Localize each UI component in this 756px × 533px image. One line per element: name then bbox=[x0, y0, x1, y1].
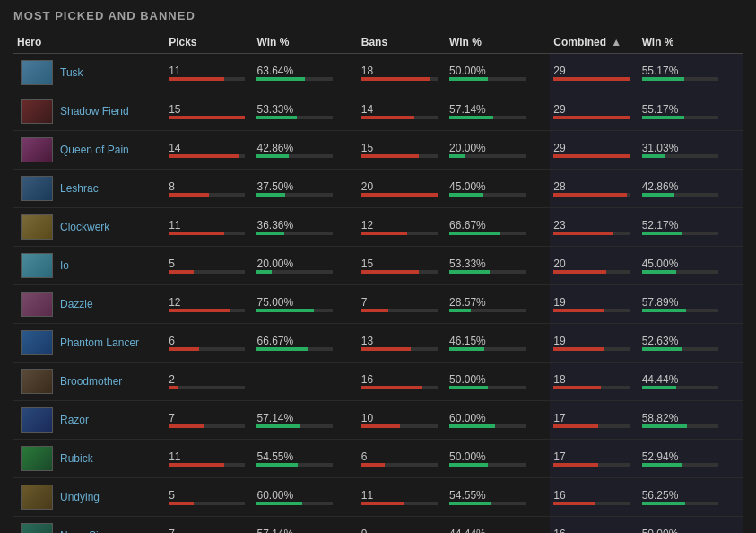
hero-cell: Dazzle bbox=[17, 288, 161, 320]
picks-value: 15 bbox=[169, 103, 249, 116]
hero-name: Shadow Fiend bbox=[60, 105, 129, 118]
hero-name: Clockwerk bbox=[60, 221, 109, 233]
hero-icon bbox=[21, 523, 53, 533]
main-container: MOST PICKED AND BANNED Hero Picks Win % … bbox=[0, 0, 756, 533]
table-row: Broodmother 2 16 50.00% 18 44.44% bbox=[13, 363, 743, 401]
combined-cell: 16 bbox=[550, 517, 638, 534]
combined-cell: 19 bbox=[550, 285, 638, 324]
bans-value: 18 bbox=[361, 65, 442, 77]
combined-win-value: 57.89% bbox=[642, 296, 739, 309]
hero-name: Queen of Pain bbox=[60, 144, 129, 156]
combined-cell: 23 bbox=[550, 208, 638, 247]
bans-win-value: 44.44% bbox=[449, 528, 546, 533]
bans-cell: 12 bbox=[358, 208, 446, 247]
table-row: Shadow Fiend 15 53.33% 14 57.14% 29 55.1… bbox=[13, 92, 743, 131]
bans-value: 7 bbox=[361, 296, 442, 309]
table-row: Clockwerk 11 36.36% 12 66.67% 23 52.17% bbox=[13, 208, 743, 247]
picks-win-cell: 66.67% bbox=[253, 324, 357, 363]
combined-win-cell: 45.00% bbox=[639, 247, 743, 285]
picks-value: 2 bbox=[169, 373, 249, 386]
picks-cell: 14 bbox=[165, 131, 253, 170]
table-header: Hero Picks Win % Bans Win % Combined ▲ W… bbox=[13, 31, 743, 54]
combined-value: 29 bbox=[553, 142, 634, 154]
col-combined-win: Win % bbox=[639, 31, 743, 54]
picks-win-cell: 42.86% bbox=[253, 131, 357, 170]
combined-win-value: 56.25% bbox=[642, 489, 739, 502]
hero-cell: Queen of Pain bbox=[17, 134, 161, 166]
sort-arrow-icon: ▲ bbox=[611, 36, 621, 48]
combined-win-value: 31.03% bbox=[642, 142, 739, 154]
table-row: Io 5 20.00% 15 53.33% 20 45.00% bbox=[13, 247, 743, 285]
hero-icon bbox=[21, 99, 53, 124]
bans-win-cell: 53.33% bbox=[446, 247, 550, 285]
picks-win-cell: 63.64% bbox=[253, 54, 357, 92]
picks-win-value: 57.14% bbox=[256, 528, 353, 533]
table-row: Queen of Pain 14 42.86% 15 20.00% 29 31.… bbox=[13, 131, 743, 170]
combined-win-cell: 52.63% bbox=[639, 324, 743, 363]
bans-value: 12 bbox=[361, 219, 442, 232]
picks-value: 11 bbox=[169, 65, 249, 77]
combined-win-cell: 52.17% bbox=[639, 208, 743, 247]
hero-icon bbox=[21, 176, 53, 201]
picks-win-value: 66.67% bbox=[256, 335, 353, 347]
col-picks-win: Win % bbox=[253, 31, 357, 54]
combined-cell: 28 bbox=[550, 170, 638, 208]
combined-cell: 19 bbox=[550, 324, 638, 363]
bans-win-value: 50.00% bbox=[449, 373, 546, 386]
picks-win-value: 75.00% bbox=[256, 296, 353, 309]
combined-win-cell: 55.17% bbox=[639, 92, 743, 131]
picks-value: 7 bbox=[169, 412, 249, 424]
bans-value: 13 bbox=[361, 335, 442, 347]
combined-cell: 17 bbox=[550, 440, 638, 478]
picks-win-cell: 20.00% bbox=[253, 247, 357, 285]
picks-win-value: 53.33% bbox=[256, 103, 353, 116]
combined-cell: 29 bbox=[550, 131, 638, 170]
combined-value: 17 bbox=[553, 450, 634, 463]
combined-win-cell: 52.94% bbox=[639, 440, 743, 478]
combined-value: 19 bbox=[553, 335, 634, 347]
table-body: Tusk 11 63.64% 18 50.00% 29 55.17% Shado… bbox=[13, 54, 743, 534]
bans-cell: 11 bbox=[358, 478, 446, 517]
bans-win-cell: 46.15% bbox=[446, 324, 550, 363]
hero-icon bbox=[21, 485, 53, 510]
picks-win-value: 63.64% bbox=[256, 65, 353, 77]
combined-value: 23 bbox=[553, 219, 634, 232]
table-row: Rubick 11 54.55% 6 50.00% 17 52.94% bbox=[13, 440, 743, 478]
combined-win-cell: 58.82% bbox=[639, 401, 743, 440]
picks-win-cell bbox=[253, 363, 357, 401]
col-combined[interactable]: Combined ▲ bbox=[550, 31, 638, 54]
bans-value: 16 bbox=[361, 373, 442, 386]
bans-win-cell: 57.14% bbox=[446, 92, 550, 131]
bans-win-value: 28.57% bbox=[449, 296, 546, 309]
combined-cell: 18 bbox=[550, 363, 638, 401]
combined-win-cell: 44.44% bbox=[639, 363, 743, 401]
bans-win-value: 50.00% bbox=[449, 450, 546, 463]
picks-win-cell: 36.36% bbox=[253, 208, 357, 247]
combined-cell: 29 bbox=[550, 92, 638, 131]
bans-win-value: 66.67% bbox=[449, 219, 546, 232]
table-row: Undying 5 60.00% 11 54.55% 16 56.25% bbox=[13, 478, 743, 517]
combined-win-value: 45.00% bbox=[642, 258, 739, 270]
bans-cell: 10 bbox=[358, 401, 446, 440]
picks-win-cell: 57.14% bbox=[253, 517, 357, 534]
bans-cell: 13 bbox=[358, 324, 446, 363]
hero-name: Tusk bbox=[60, 66, 83, 79]
bans-cell: 6 bbox=[358, 440, 446, 478]
combined-value: 20 bbox=[553, 258, 634, 270]
combined-win-value: 55.17% bbox=[642, 103, 739, 116]
combined-win-value: 58.82% bbox=[642, 412, 739, 424]
picks-win-value: 20.00% bbox=[256, 258, 353, 270]
bans-win-value: 54.55% bbox=[449, 489, 546, 502]
picks-cell: 6 bbox=[165, 324, 253, 363]
picks-value: 5 bbox=[169, 258, 249, 270]
picks-win-cell: 37.50% bbox=[253, 170, 357, 208]
bans-win-cell: 66.67% bbox=[446, 208, 550, 247]
picks-win-cell: 53.33% bbox=[253, 92, 357, 131]
bans-value: 6 bbox=[361, 450, 442, 463]
picks-cell: 5 bbox=[165, 247, 253, 285]
bans-cell: 14 bbox=[358, 92, 446, 131]
hero-cell: Shadow Fiend bbox=[17, 95, 161, 127]
combined-value: 29 bbox=[553, 103, 634, 116]
hero-cell: Undying bbox=[17, 481, 161, 513]
table-row: Dazzle 12 75.00% 7 28.57% 19 57.89% bbox=[13, 285, 743, 324]
